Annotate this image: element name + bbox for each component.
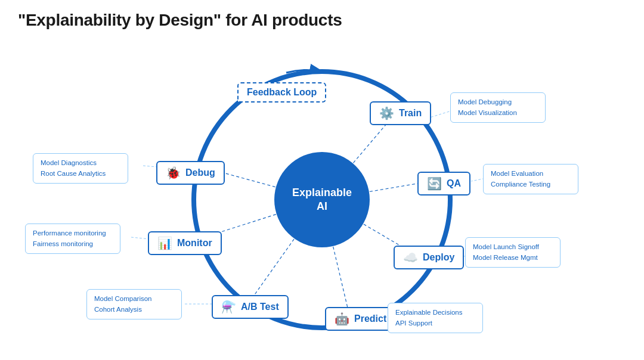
info-qa: Model EvaluationCompliance Testing: [483, 164, 578, 194]
deploy-icon: ☁️: [403, 250, 418, 265]
center-label: ExplainableAI: [292, 186, 352, 214]
qa-label: QA: [447, 178, 461, 189]
info-predict-text: Explainable DecisionsAPI Support: [395, 307, 475, 329]
debug-icon: 🐞: [166, 166, 181, 180]
feedback-label: Feedback Loop: [247, 87, 317, 98]
qa-icon: 🔄: [427, 176, 442, 191]
info-deploy: Model Launch SignoffModel Release Mgmt: [465, 237, 561, 268]
info-monitor-text: Performance monitoringFairness monitorin…: [33, 228, 113, 250]
svg-line-10: [428, 110, 453, 118]
stage-train: ⚙️ Train: [370, 101, 431, 125]
center-circle: ExplainableAI: [274, 152, 370, 247]
abtest-icon: ⚗️: [221, 300, 236, 314]
deploy-label: Deploy: [423, 252, 454, 263]
stage-feedback: Feedback Loop: [237, 82, 326, 103]
info-debug: Model DiagnosticsRoot Cause Analytics: [33, 153, 128, 184]
monitor-label: Monitor: [177, 238, 212, 249]
info-debug-text: Model DiagnosticsRoot Cause Analytics: [41, 157, 120, 179]
info-train-text: Model DebuggingModel Visualization: [458, 97, 538, 119]
predict-label: Predict: [354, 314, 386, 324]
abtest-label: A/B Test: [241, 302, 279, 312]
info-deploy-text: Model Launch SignoffModel Release Mgmt: [473, 241, 553, 263]
stage-deploy: ☁️ Deploy: [394, 246, 464, 269]
train-icon: ⚙️: [379, 106, 394, 120]
stage-predict: 🤖 Predict: [325, 307, 396, 331]
info-abtest: Model ComparisonCohort Analysis: [86, 289, 182, 319]
info-predict: Explainable DecisionsAPI Support: [388, 303, 483, 333]
predict-icon: 🤖: [335, 312, 349, 326]
stage-qa: 🔄 QA: [417, 172, 470, 195]
diagram-container: ExplainableAI ⚙️ Train Model DebuggingMo…: [0, 42, 644, 358]
info-abtest-text: Model ComparisonCohort Analysis: [94, 293, 174, 315]
info-monitor: Performance monitoringFairness monitorin…: [25, 224, 120, 254]
info-qa-text: Model EvaluationCompliance Testing: [491, 168, 571, 190]
monitor-icon: 📊: [157, 236, 172, 250]
debug-label: Debug: [185, 167, 215, 178]
info-train: Model DebuggingModel Visualization: [450, 92, 546, 123]
page-title: "Explainability by Design" for AI produc…: [18, 11, 342, 30]
stage-debug: 🐞 Debug: [156, 161, 225, 185]
stage-abtest: ⚗️ A/B Test: [212, 295, 289, 319]
train-label: Train: [399, 108, 422, 119]
stage-monitor: 📊 Monitor: [148, 231, 222, 255]
